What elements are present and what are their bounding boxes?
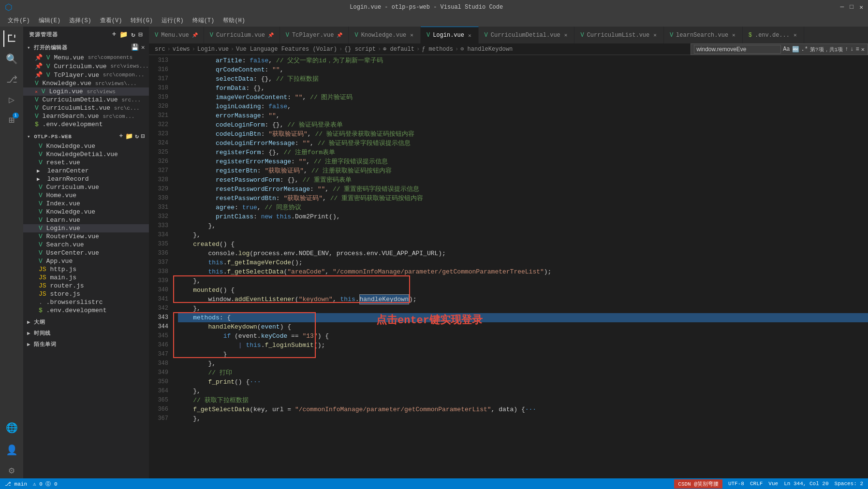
close-window-icon[interactable]: ✕: [859, 3, 863, 11]
minimize-icon[interactable]: ─: [840, 3, 844, 11]
collapse-project-icon[interactable]: ⊟: [141, 132, 145, 140]
status-language[interactable]: Vue: [768, 481, 778, 487]
project-section[interactable]: ▾ OTLP-PS-WEB + 📁 ↻ ⊟: [23, 130, 149, 142]
section-outline[interactable]: ▶ 大纲: [23, 316, 149, 328]
search-close-icon[interactable]: ✕: [861, 46, 865, 53]
svg-rect-1: [8, 35, 9, 42]
status-errors[interactable]: ⚠ 0 ⓪ 0: [33, 480, 58, 488]
search-input[interactable]: [694, 45, 781, 54]
code-content[interactable]: arTitle: false, // 父父一辈的id，为了刷新一辈子码 qrCo…: [173, 55, 868, 478]
file-search-vue[interactable]: V Search.vue: [23, 241, 149, 249]
breadcrumb-views[interactable]: views: [173, 46, 190, 53]
breadcrumb-methods[interactable]: ƒ methods: [422, 46, 453, 53]
file-index-vue[interactable]: V Index.vue: [23, 200, 149, 208]
menu-help[interactable]: 帮助(H): [219, 15, 249, 26]
close-all-icon[interactable]: ✕: [141, 43, 145, 51]
status-spaces[interactable]: Spaces: 2: [835, 481, 863, 487]
breadcrumb-src[interactable]: src: [155, 46, 165, 53]
menu-select[interactable]: 选择(S): [65, 15, 95, 26]
file-routerview-vue[interactable]: V RouterView.vue: [23, 232, 149, 241]
collapse-all-icon[interactable]: ⊟: [139, 30, 143, 39]
tab-learnsearch-vue[interactable]: V learnSearch.vue ✕: [664, 27, 743, 43]
file-knowledge-vue2[interactable]: V Knowledge.vue: [23, 208, 149, 216]
activity-account[interactable]: 👤: [3, 442, 20, 458]
file-http-js[interactable]: JS http.js: [23, 265, 149, 273]
search-next-icon[interactable]: ↓: [850, 46, 853, 53]
new-folder-icon[interactable]: 📁: [119, 30, 128, 39]
breadcrumb-script[interactable]: {} script: [344, 46, 376, 53]
open-file-learnsearch-vue[interactable]: V learnSearch.vue src\com...: [23, 112, 149, 120]
menu-terminal[interactable]: 终端(T): [189, 15, 219, 26]
file-browserslistrc[interactable]: . .browserslistrc: [23, 298, 149, 306]
search-prev-icon[interactable]: ↑: [845, 46, 848, 53]
save-all-icon[interactable]: 💾: [131, 43, 139, 51]
file-login-vue-sidebar[interactable]: V Login.vue: [23, 224, 149, 232]
refresh-project-icon[interactable]: ↻: [135, 132, 139, 140]
activity-explorer[interactable]: [3, 30, 20, 47]
file-reset-vue[interactable]: V reset.vue: [23, 158, 149, 167]
tab-curriculumdetial-vue[interactable]: V CurriculumDetial.vue ✕: [479, 27, 575, 43]
breadcrumb-default[interactable]: ⊕ default: [383, 45, 414, 53]
tab-knowledge-vue[interactable]: V Knowledge.vue ✕: [349, 27, 420, 43]
file-home-vue[interactable]: V Home.vue: [23, 191, 149, 200]
open-file-menu-vue[interactable]: 📌 V Menu.vue src\components: [23, 53, 149, 62]
activity-extensions[interactable]: ⊞ 1: [3, 112, 20, 128]
file-learn-vue[interactable]: V Learn.vue: [23, 216, 149, 224]
activity-run[interactable]: ▷: [3, 91, 20, 108]
file-main-js[interactable]: JS main.js: [23, 273, 149, 282]
section-vocab[interactable]: ▶ 陌生单词: [23, 339, 149, 350]
file-env-development[interactable]: $ .env.development: [23, 306, 149, 315]
open-file-login-vue[interactable]: ✕ V Login.vue src\views: [23, 87, 149, 96]
section-timeline[interactable]: ▶ 时间线: [23, 328, 149, 339]
search-word-icon[interactable]: 🔤: [792, 46, 799, 53]
open-file-tcplayer-vue[interactable]: 📌 V TcPlayer.vue src\compon...: [23, 71, 149, 79]
file-app-vue[interactable]: V App.vue: [23, 257, 149, 265]
file-store-js[interactable]: JS store.js: [23, 290, 149, 298]
file-usercenter-vue[interactable]: V UserCenter.vue: [23, 249, 149, 257]
breadcrumb-handlekeydown[interactable]: ⊙ handleKeydown: [460, 45, 513, 53]
activity-search[interactable]: 🔍: [3, 51, 20, 67]
search-settings-icon[interactable]: ≡: [856, 46, 859, 53]
breadcrumb-volar[interactable]: Vue Language Features (Volar): [236, 46, 337, 53]
breadcrumb-loginvue[interactable]: Login.vue: [197, 46, 229, 53]
new-file-icon[interactable]: +: [112, 30, 117, 39]
open-file-curriculumlist-vue[interactable]: V CurriculumList.vue src\c...: [23, 104, 149, 112]
status-encoding[interactable]: UTF-8: [728, 481, 744, 487]
new-folder-project-icon[interactable]: 📁: [125, 132, 133, 140]
file-router-js[interactable]: JS router.js: [23, 282, 149, 290]
tab-login-vue[interactable]: V Login.vue ✕: [421, 27, 479, 43]
menu-view[interactable]: 查看(V): [96, 15, 126, 26]
folder-learnrecord[interactable]: ▶ learnRecord: [23, 175, 149, 183]
file-knowledgedetial-vue[interactable]: V KnowledgeDetial.vue: [23, 150, 149, 158]
menu-file[interactable]: 文件(F): [4, 15, 34, 26]
activity-source-control[interactable]: ⎇: [3, 71, 20, 87]
open-file-knowledge-vue[interactable]: V Knowledge.vue src\views\...: [23, 79, 149, 87]
search-case-icon[interactable]: Aa: [783, 46, 790, 53]
tab-curriculumlist-vue[interactable]: V CurriculumList.vue ✕: [574, 27, 663, 43]
search-result-count: 第?项，共1项: [810, 46, 843, 53]
svg-rect-3: [15, 35, 15, 38]
tab-env[interactable]: $ .env.de... ✕: [743, 27, 804, 43]
menu-goto[interactable]: 转到(G): [127, 15, 157, 26]
refresh-icon[interactable]: ↻: [131, 30, 135, 39]
status-position[interactable]: Ln 344, Col 20: [784, 481, 828, 487]
tab-menu-vue[interactable]: V Menu.vue 📌: [149, 27, 204, 43]
folder-learncenter[interactable]: ▶ learnCenter: [23, 167, 149, 175]
tab-curriculum-vue[interactable]: V Curriculum.vue 📌: [204, 27, 280, 43]
open-file-env[interactable]: $ .env.development: [23, 120, 149, 129]
menu-run[interactable]: 运行(R): [158, 15, 188, 26]
status-line-ending[interactable]: CRLF: [750, 481, 763, 487]
open-file-curriculumdetial-vue[interactable]: V CurriculumDetial.vue src...: [23, 96, 149, 104]
tab-tcplayer-vue[interactable]: V TcPlayer.vue 📌: [280, 27, 349, 43]
status-branch[interactable]: ⎇ main: [5, 481, 27, 487]
file-curriculum-vue2[interactable]: V Curriculum.vue: [23, 183, 149, 191]
new-file-project-icon[interactable]: +: [119, 132, 123, 140]
search-regex-icon[interactable]: .*: [801, 46, 808, 53]
open-file-curriculum-vue[interactable]: 📌 V Curriculum.vue src\views...: [23, 62, 149, 71]
activity-remote[interactable]: 🌐: [3, 419, 20, 436]
maximize-icon[interactable]: □: [850, 3, 853, 11]
menu-edit[interactable]: 编辑(E): [35, 15, 65, 26]
open-editors-section[interactable]: ▾ 打开的编辑器 💾 ✕: [23, 42, 149, 53]
activity-settings[interactable]: ⚙: [3, 462, 20, 478]
file-knowledge-vue[interactable]: V Knowledge.vue: [23, 142, 149, 150]
